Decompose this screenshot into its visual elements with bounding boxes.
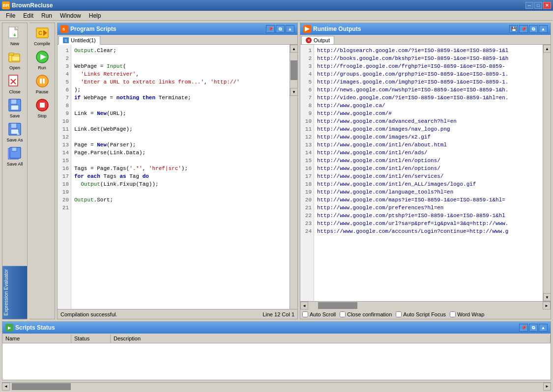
output-line-numbers: 12345 678910 1112131415 1617181920 21222…	[300, 45, 314, 301]
run-icon	[34, 49, 50, 65]
close-confirmation-label: Close confirmation	[347, 311, 392, 317]
output-panel-title: Runtime Outputs	[313, 26, 361, 32]
svg-rect-5	[12, 56, 20, 61]
close-button[interactable]: ✕	[543, 2, 551, 9]
word-wrap-checkbox[interactable]	[450, 311, 456, 317]
scripts-table: Name Status Description	[2, 334, 551, 380]
svg-marker-31	[305, 27, 310, 31]
bottom-hscroll-thumb[interactable]	[12, 383, 71, 390]
tab-label: Untitled(1)	[71, 37, 96, 43]
save-as-icon: A	[7, 121, 23, 137]
open-button[interactable]: Open	[3, 48, 27, 71]
scripts-restore-button[interactable]: ⧉	[529, 324, 538, 332]
scripts-status-title: Scripts Status	[15, 324, 55, 331]
menu-edit[interactable]: Edit	[19, 11, 37, 20]
minimize-button[interactable]: ─	[525, 2, 533, 9]
svg-rect-25	[40, 79, 42, 84]
save-button[interactable]: Save	[3, 96, 27, 119]
scripts-status-header: ▶ Scripts Status 📌 ⧉ ▲	[2, 322, 551, 334]
close-confirmation-checkbox[interactable]	[340, 311, 346, 317]
compile-button[interactable]: C Compile	[30, 24, 54, 47]
scroll-down-button[interactable]: ▼	[290, 88, 297, 96]
scripts-pin-button[interactable]: 📌	[519, 324, 528, 332]
expression-evaluator-sidebar[interactable]: Expression Evaluator	[2, 266, 27, 319]
save-all-label: Save All	[7, 162, 23, 167]
pause-icon	[34, 73, 50, 89]
auto-scroll-checkbox[interactable]	[302, 311, 308, 317]
script-panel: S Program Scripts 📌 ⧉ ▲ S Untitled(1)	[57, 23, 298, 319]
menu-window[interactable]: Window	[56, 11, 85, 20]
maximize-button[interactable]: □	[534, 2, 542, 9]
title-bar: BR BrownRecluse ─ □ ✕	[0, 0, 553, 11]
output-header-icon	[303, 25, 311, 33]
output-hscroll-thumb[interactable]	[318, 302, 357, 309]
pause-label: Pause	[36, 89, 49, 94]
scripts-roll-button[interactable]: ▲	[539, 324, 548, 332]
save-as-label: Save As	[6, 138, 23, 142]
new-button[interactable]: + New	[3, 24, 27, 47]
svg-point-24	[36, 75, 48, 87]
svg-text:+: +	[13, 32, 16, 38]
script-tab-untitled[interactable]: S Untitled(1)	[58, 36, 100, 45]
col-name: Name	[2, 335, 71, 342]
script-vscroll[interactable]: ▲ ▼	[290, 45, 297, 309]
stop-label: Stop	[37, 113, 47, 118]
output-pin-button[interactable]: 📌	[519, 25, 528, 33]
bottom-scroll-left[interactable]: ◄	[2, 383, 10, 391]
script-header-controls: 📌 ⧉ ▲	[266, 25, 294, 33]
bottom-scrollbar[interactable]: ◄ ►	[2, 382, 551, 390]
output-restore-button[interactable]: ⧉	[529, 25, 538, 33]
output-hscroll[interactable]: ◄ ►	[300, 301, 551, 309]
output-vscroll[interactable]: ▲ ▼	[543, 45, 551, 301]
script-roll-button[interactable]: ▲	[286, 25, 294, 33]
output-scroll-up[interactable]: ▲	[543, 45, 551, 53]
svg-text:C: C	[38, 30, 42, 36]
save-as-button[interactable]: A Save As	[3, 120, 27, 143]
menu-file[interactable]: File	[2, 11, 19, 20]
output-save-button[interactable]: 💾	[509, 25, 518, 33]
save-label: Save	[10, 113, 20, 118]
close-file-icon	[7, 73, 23, 89]
menu-bar: File Edit Run Window Help	[0, 11, 553, 21]
output-tab-label: Output	[314, 37, 330, 43]
code-editor[interactable]: 12345 678910 1112131415 1617181920 21 Ou…	[58, 45, 297, 309]
menu-help[interactable]: Help	[85, 11, 105, 20]
close-confirmation-option[interactable]: Close confirmation	[340, 311, 392, 317]
output-hscroll-track[interactable]	[308, 302, 543, 309]
code-text[interactable]: Output.Clear; WebPage = Input( 'Links Re…	[71, 45, 290, 309]
col-status: Status	[71, 335, 111, 342]
script-restore-button[interactable]: ⧉	[276, 25, 285, 33]
auto-scroll-option[interactable]: Auto Scroll	[302, 311, 336, 317]
output-scroll-right[interactable]: ►	[543, 302, 551, 309]
auto-scroll-label: Auto Scroll	[310, 311, 336, 317]
run-label: Run	[38, 65, 46, 70]
scroll-thumb[interactable]	[291, 60, 297, 80]
auto-script-focus-checkbox[interactable]	[396, 311, 402, 317]
output-tab-output[interactable]: ✕ Output	[301, 36, 334, 44]
window-controls: ─ □ ✕	[525, 2, 551, 9]
script-pin-button[interactable]: 📌	[266, 25, 275, 33]
auto-script-focus-option[interactable]: Auto Script Focus	[396, 311, 446, 317]
close-label: Close	[9, 89, 20, 94]
word-wrap-option[interactable]: Word Wrap	[450, 311, 484, 317]
app-title: BrownRecluse	[12, 2, 53, 9]
script-panel-title: Program Scripts	[70, 26, 116, 32]
run-button[interactable]: Run	[30, 48, 54, 71]
script-panel-header: S Program Scripts 📌 ⧉ ▲	[58, 23, 297, 35]
bottom-scroll-right[interactable]: ►	[543, 383, 551, 391]
output-url-list: http://blogsearch.google.com/?ie=ISO-885…	[314, 45, 543, 301]
scripts-header-icon: ▶	[5, 324, 13, 332]
pause-button[interactable]: Pause	[30, 72, 54, 95]
scroll-up-button[interactable]: ▲	[290, 45, 297, 53]
top-area: + New Open	[2, 23, 551, 319]
output-scroll-down[interactable]: ▼	[543, 293, 551, 301]
save-all-button[interactable]: Save All	[3, 144, 27, 168]
output-scroll-left[interactable]: ◄	[300, 302, 308, 309]
stop-button[interactable]: Stop	[30, 96, 54, 119]
output-roll-button[interactable]: ▲	[539, 25, 548, 33]
close-tool-button[interactable]: Close	[3, 72, 27, 95]
bottom-hscroll-track[interactable]	[10, 383, 543, 391]
menu-run[interactable]: Run	[37, 11, 56, 20]
svg-text:▶: ▶	[8, 326, 11, 330]
stop-icon	[34, 97, 50, 113]
